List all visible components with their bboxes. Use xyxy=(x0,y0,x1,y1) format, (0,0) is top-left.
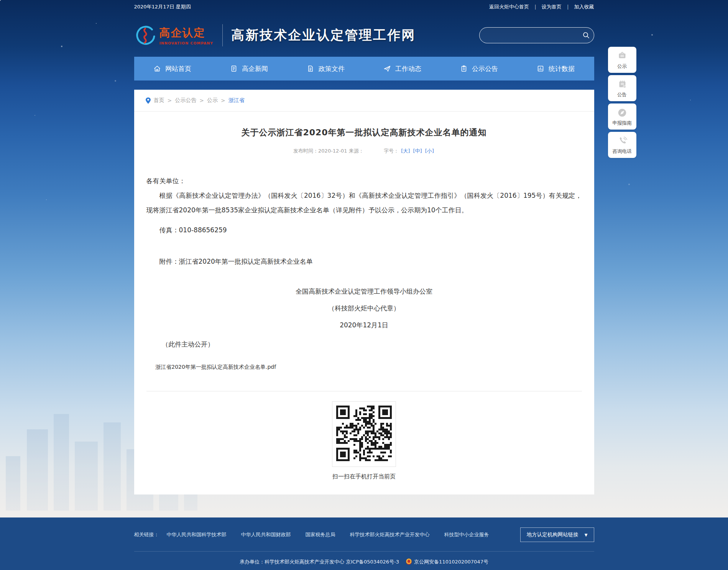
logo-swoosh-icon xyxy=(134,25,156,46)
search-input[interactable] xyxy=(480,28,578,43)
fontsize-medium-button[interactable]: [中] xyxy=(413,148,422,154)
footer-link-tax[interactable]: 国家税务总局 xyxy=(306,531,335,538)
breadcrumb-announcements[interactable]: 公示公告 xyxy=(175,97,196,104)
compass-icon xyxy=(616,107,628,118)
topbar-links: 返回火炬中心首页 ｜ 设为首页 ｜ 加入收藏 xyxy=(489,3,594,10)
site-logo[interactable]: 高企认定 INNOVATION COMPANY xyxy=(134,25,214,46)
caret-down-icon: ▼ xyxy=(585,533,588,537)
footer-divider xyxy=(134,551,594,552)
attachment-pdf-link[interactable]: 浙江省2020年第一批拟认定高新技术企业名单.pdf xyxy=(155,364,276,370)
breadcrumb-public-notice[interactable]: 公示 xyxy=(207,97,218,104)
add-favorite-link[interactable]: 加入收藏 xyxy=(574,3,594,10)
separator: ｜ xyxy=(565,3,570,10)
footer-bottom: 承办单位：科学技术部火炬高技术产业开发中心 京ICP备05034026号-3京公… xyxy=(0,552,728,570)
float-button-phone[interactable]: 咨询电话 xyxy=(608,132,636,158)
nav-item-news[interactable]: 高企新闻 xyxy=(211,57,288,80)
publish-date: 2020-12-01 xyxy=(318,148,347,154)
qr-caption: 扫一扫在手机打开当前页 xyxy=(146,472,582,481)
article-title: 关于公示浙江省2020年第一批拟认定高新技术企业名单的通知 xyxy=(146,127,582,138)
fax-line: 传真：010-88656259 xyxy=(146,223,582,237)
location-pin-icon xyxy=(146,97,151,104)
policy-doc-icon xyxy=(307,65,314,72)
phone-icon xyxy=(616,135,628,147)
police-badge-icon xyxy=(406,559,412,565)
breadcrumb: 首页 > 公示公告 > 公示 > 浙江省 xyxy=(134,90,594,112)
float-button-label: 公告 xyxy=(617,92,627,98)
set-homepage-link[interactable]: 设为首页 xyxy=(542,3,562,10)
site-title: 高新技术企业认定管理工作网 xyxy=(231,26,416,44)
footer-address-line: 地址：北京市三里河二区甲18号 邮编：100045 传真：010-8865625… xyxy=(0,568,728,570)
background-particles xyxy=(0,0,1,1)
footer-link-sme-service[interactable]: 科技型中小企业服务 xyxy=(444,531,489,538)
sign-date: 2020年12月1日 xyxy=(146,318,582,332)
logo-title: 高企认定 xyxy=(159,26,214,40)
breadcrumb-separator: > xyxy=(221,97,225,103)
signer-office: 全国高新技术企业认定管理工作领导小组办公室 xyxy=(146,284,582,299)
footer-organizer-icp: 承办单位：科学技术部火炬高技术产业开发中心 京ICP备05034026号-3 xyxy=(240,559,399,565)
content-divider xyxy=(146,391,582,391)
body-paragraph: 根据《高新技术企业认定管理办法》（国科发火〔2016〕32号）和《高新技术企业认… xyxy=(146,188,582,217)
quick-access-sidebar: 公示 公告 申报指南 咨询电话 xyxy=(608,47,636,160)
police-filing-link[interactable]: 京公网安备11010202007047号 xyxy=(414,559,488,565)
nav-item-label: 工作动态 xyxy=(395,64,421,73)
float-button-label: 申报指南 xyxy=(613,120,632,126)
fontsize-large-button[interactable]: [大] xyxy=(401,148,410,154)
breadcrumb-separator: > xyxy=(199,97,204,103)
paper-plane-icon xyxy=(383,65,391,72)
dropdown-label: 地方认定机构网站链接 xyxy=(527,531,578,538)
float-button-label: 公示 xyxy=(617,63,627,70)
search-box xyxy=(479,27,594,43)
nav-item-label: 公示公告 xyxy=(472,64,498,73)
fontsize-small-button[interactable]: [小] xyxy=(425,148,434,154)
salutation: 各有关单位： xyxy=(146,174,582,188)
article: 关于公示浙江省2020年第一批拟认定高新技术企业名单的通知 发布时间：2020-… xyxy=(134,127,594,494)
home-icon xyxy=(153,65,161,72)
breadcrumb-home[interactable]: 首页 xyxy=(154,97,164,104)
nav-item-label: 网站首页 xyxy=(165,64,191,73)
footer-link-torch-center[interactable]: 科学技术部火炬高技术产业开发中心 xyxy=(350,531,430,538)
header-divider xyxy=(222,24,223,46)
nav-item-home[interactable]: 网站首页 xyxy=(134,57,211,80)
announcement-pad-icon xyxy=(616,79,628,90)
disclosure-note: （此件主动公开） xyxy=(146,337,582,352)
float-button-announcement[interactable]: 公告 xyxy=(608,75,636,101)
region-links-dropdown[interactable]: 地方认定机构网站链接 ▼ xyxy=(520,527,594,542)
related-links-label: 相关链接： xyxy=(134,531,159,538)
footer: 相关链接： 中华人民共和国科学技术部 中华人民共和国财政部 国家税务总局 科学技… xyxy=(0,517,728,570)
footer-links-row: 相关链接： 中华人民共和国科学技术部 中华人民共和国财政部 国家税务总局 科学技… xyxy=(134,527,594,542)
qr-code xyxy=(332,401,396,467)
current-date: 2020年12月17日 星期四 xyxy=(134,3,191,10)
search-icon xyxy=(582,31,590,39)
nav-item-dynamics[interactable]: 工作动态 xyxy=(364,57,441,80)
nav-item-policy[interactable]: 政策文件 xyxy=(288,57,364,80)
footer-link-mof[interactable]: 中华人民共和国财政部 xyxy=(241,531,291,538)
source-label: 来源： xyxy=(349,148,364,154)
float-button-public-notice[interactable]: 公示 xyxy=(608,47,636,73)
article-meta: 发布时间：2020-12-01 来源： 字号： [大] [中] [小] xyxy=(146,148,582,154)
nav-item-statistics[interactable]: 统计数据 xyxy=(518,57,594,80)
notice-board-icon xyxy=(616,50,628,62)
logo-text: 高企认定 INNOVATION COMPANY xyxy=(159,26,214,45)
nav-item-announcements[interactable]: 公示公告 xyxy=(441,57,518,80)
clipboard-icon xyxy=(460,65,468,72)
content-panel: 首页 > 公示公告 > 公示 > 浙江省 关于公示浙江省2020年第一批拟认定高… xyxy=(134,90,594,494)
top-utility-bar: 2020年12月17日 星期四 返回火炬中心首页 ｜ 设为首页 ｜ 加入收藏 xyxy=(0,0,728,14)
signer-note: （科技部火炬中心代章） xyxy=(146,301,582,315)
fontsize-label: 字号： xyxy=(384,148,399,154)
nav-item-label: 统计数据 xyxy=(549,64,575,73)
float-button-application-guide[interactable]: 申报指南 xyxy=(608,103,636,130)
separator: ｜ xyxy=(533,3,538,10)
attachment-line: 附件：浙江省2020年第一批拟认定高新技术企业名单 xyxy=(146,254,582,269)
breadcrumb-separator: > xyxy=(168,97,172,103)
breadcrumb-zhejiang[interactable]: 浙江省 xyxy=(228,97,245,104)
nav-item-label: 政策文件 xyxy=(319,64,345,73)
chart-icon xyxy=(537,65,544,72)
nav-item-label: 高企新闻 xyxy=(242,64,268,73)
torch-center-home-link[interactable]: 返回火炬中心首页 xyxy=(489,3,529,10)
footer-link-most[interactable]: 中华人民共和国科学技术部 xyxy=(167,531,227,538)
search-button[interactable] xyxy=(578,28,594,43)
main-nav: 网站首页 高企新闻 政策文件 工作动态 xyxy=(134,57,594,80)
publish-time-label: 发布时间： xyxy=(293,148,318,154)
news-icon xyxy=(230,65,238,72)
float-button-label: 咨询电话 xyxy=(613,148,632,155)
